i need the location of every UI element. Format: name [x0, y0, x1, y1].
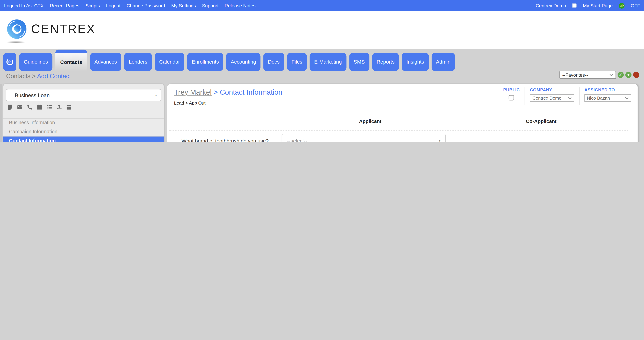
- public-label: PUBLIC: [503, 87, 520, 92]
- calendar-icon[interactable]: [36, 104, 42, 110]
- tab-files[interactable]: Files: [287, 53, 307, 71]
- toothbrush-select[interactable]: --select-- ▼: [282, 134, 446, 142]
- change-password-link[interactable]: Change Password: [126, 3, 165, 8]
- centrex-logo: CENTREX: [6, 18, 96, 40]
- tab-home[interactable]: [3, 53, 16, 71]
- tab-insights[interactable]: Insights: [402, 53, 428, 71]
- tab-guidelines[interactable]: Guidelines: [19, 53, 52, 71]
- favorite-remove-button[interactable]: −: [633, 72, 639, 78]
- breadcrumb-page: Add Contact: [37, 73, 71, 80]
- logo-wordmark: CENTREX: [31, 22, 96, 36]
- company-value: Centrex Demo: [532, 95, 562, 100]
- app-window: Logged In As: CTX Recent Pages Scripts L…: [0, 0, 644, 142]
- tab-docs[interactable]: Docs: [264, 53, 284, 71]
- breadcrumb-separator: >: [32, 73, 37, 80]
- record-type-value: Business Loan: [15, 92, 50, 98]
- tab-sms[interactable]: SMS: [349, 53, 369, 71]
- breadcrumb-contacts[interactable]: Contacts: [6, 73, 30, 80]
- tab-calendar[interactable]: Calendar: [154, 53, 184, 71]
- release-notes-link[interactable]: Release Notes: [224, 3, 256, 8]
- recent-pages-link[interactable]: Recent Pages: [50, 3, 79, 8]
- main-tabs: Guidelines Contacts Advances Lenders Cal…: [3, 50, 455, 71]
- column-headers: Applicant Co-Applicant: [167, 119, 638, 124]
- favorites-value: --Favorites--: [562, 72, 588, 77]
- phone-icon[interactable]: [26, 104, 33, 110]
- contact-name-link[interactable]: Trey Markel: [174, 88, 212, 96]
- note-icon[interactable]: [6, 104, 13, 110]
- record-meta: PUBLIC COMPANY Centrex Demo ASSIGNED TO …: [503, 87, 631, 105]
- assigned-group: ASSIGNED TO Nico Bazan: [584, 87, 631, 102]
- logo-row: CENTREX: [0, 11, 644, 49]
- company-group: COMPANY Centrex Demo: [530, 87, 574, 102]
- chevron-down-icon: ▼: [438, 139, 441, 142]
- title-separator: >: [214, 88, 220, 96]
- tab-reports[interactable]: Reports: [372, 53, 399, 71]
- my-settings-link[interactable]: My Settings: [171, 3, 196, 8]
- tab-admin[interactable]: Admin: [432, 53, 455, 71]
- company-select[interactable]: Centrex Demo: [530, 94, 574, 102]
- favorites-bar: --Favorites-- ✓ + −: [559, 71, 639, 79]
- top-bar-right: Centrex Demo My Start Page qb OFF: [536, 3, 640, 9]
- grid-icon[interactable]: [66, 104, 72, 110]
- tab-lenders[interactable]: Lenders: [124, 53, 152, 71]
- favorite-add-button[interactable]: +: [626, 72, 632, 78]
- my-start-page-label[interactable]: My Start Page: [583, 3, 613, 8]
- upload-icon[interactable]: [56, 104, 62, 110]
- assigned-to-select[interactable]: Nico Bazan: [584, 94, 631, 102]
- support-link[interactable]: Support: [202, 3, 218, 8]
- assigned-to-label: ASSIGNED TO: [584, 87, 631, 92]
- public-checkbox[interactable]: [509, 95, 514, 100]
- tab-enrollments[interactable]: Enrollments: [187, 53, 223, 71]
- quickbooks-icon[interactable]: qb: [619, 3, 624, 9]
- company-name-label: Centrex Demo: [536, 3, 566, 8]
- sidebar-toolbar: [6, 104, 72, 110]
- tasks-icon[interactable]: [46, 104, 52, 110]
- toothbrush-value: --select--: [287, 138, 307, 142]
- breadcrumb: Contacts > Add Contact: [6, 73, 71, 80]
- active-tab-cap: [55, 50, 87, 53]
- favorite-apply-button[interactable]: ✓: [618, 72, 624, 78]
- sidebar-nav: Business Information Campaign Informatio…: [3, 118, 164, 142]
- divider: [169, 130, 628, 131]
- tab-contacts-label: Contacts: [55, 53, 87, 71]
- record-type-select[interactable]: Business Loan ▾: [6, 89, 162, 101]
- chevron-down-icon: ▾: [155, 93, 157, 97]
- logout-link[interactable]: Logout: [106, 3, 120, 8]
- sidebar-item-campaign-information[interactable]: Campaign Information: [3, 127, 164, 136]
- toothbrush-label: What brand of toothbrush do you use?: [167, 138, 282, 142]
- main-panel: Trey Markel > Contact Information Lead >…: [167, 84, 638, 142]
- centrex-swirl-icon: [6, 18, 28, 40]
- divider: [579, 87, 580, 105]
- favorites-select[interactable]: --Favorites--: [559, 71, 616, 79]
- my-start-page-checkbox[interactable]: [572, 3, 576, 8]
- tab-contacts[interactable]: Contacts: [55, 50, 87, 71]
- co-applicant-column-header: Co-Applicant: [459, 119, 624, 124]
- logged-in-as[interactable]: Logged In As: CTX: [4, 3, 44, 8]
- chevron-down-icon: [625, 96, 629, 100]
- top-bar: Logged In As: CTX Recent Pages Scripts L…: [0, 0, 644, 11]
- sidebar-item-business-information[interactable]: Business Information: [3, 118, 164, 127]
- envelope-icon[interactable]: [16, 104, 23, 110]
- sidebar-panel: Business Loan ▾: [3, 84, 164, 142]
- tab-accounting[interactable]: Accounting: [226, 53, 260, 71]
- chevron-down-icon: [568, 96, 572, 100]
- scripts-link[interactable]: Scripts: [86, 3, 100, 8]
- content-area: Contacts > Add Contact --Favorites-- ✓ +…: [0, 68, 644, 142]
- company-label: COMPANY: [530, 87, 574, 92]
- home-swirl-icon: [6, 58, 14, 66]
- divider: [524, 87, 525, 105]
- applicant-column-header: Applicant: [282, 119, 459, 124]
- page-title: Trey Markel > Contact Information: [174, 88, 282, 97]
- sidebar-item-contact-information[interactable]: Contact Information: [3, 136, 164, 142]
- left-scroll-track[interactable]: [0, 84, 2, 142]
- title-section: Contact Information: [220, 88, 282, 96]
- tab-advances[interactable]: Advances: [90, 53, 122, 71]
- toothbrush-row: What brand of toothbrush do you use? --s…: [167, 134, 638, 142]
- top-nav: Logged In As: CTX Recent Pages Scripts L…: [4, 3, 256, 8]
- chevron-down-icon: [609, 73, 613, 77]
- tab-emarketing[interactable]: E-Marketing: [310, 53, 346, 71]
- quickbooks-status: OFF: [631, 3, 640, 8]
- status-path: Lead > App Out: [174, 100, 206, 105]
- assigned-to-value: Nico Bazan: [587, 95, 610, 100]
- logo-shadow: [6, 41, 25, 43]
